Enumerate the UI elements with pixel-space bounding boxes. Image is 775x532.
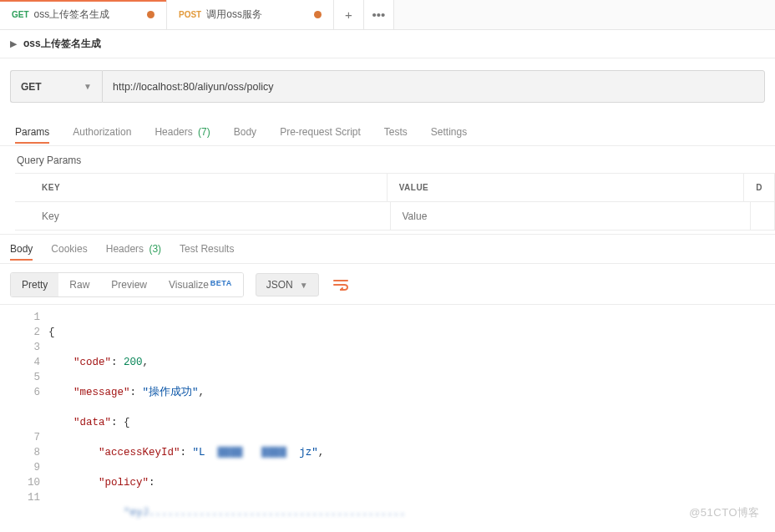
json-accesskey-suffix: jz <box>299 447 312 459</box>
subtab-headers-count: (7) <box>198 126 210 138</box>
subtab-tests[interactable]: Tests <box>384 121 408 143</box>
subtab-headers[interactable]: Headers (7) <box>154 121 210 143</box>
col-key: KEY <box>30 174 388 201</box>
query-params-title: Query Params <box>0 146 775 173</box>
url-input[interactable] <box>102 70 765 103</box>
format-select[interactable]: JSON ▼ <box>256 273 319 296</box>
tab-oss-upload-sign[interactable]: GET oss上传签名生成 <box>0 0 167 29</box>
new-tab-button[interactable]: + <box>334 0 364 29</box>
response-body-viewer[interactable]: 1234567891011 { "code": 200, "message": … <box>0 304 775 532</box>
response-tabs: Body Cookies Headers (3) Test Results <box>0 234 775 264</box>
resp-tab-tests[interactable]: Test Results <box>180 238 234 260</box>
breadcrumb-title: oss上传签名生成 <box>23 37 101 51</box>
code-content: { "code": 200, "message": "操作成功", "data"… <box>48 305 775 532</box>
col-desc: D <box>744 174 775 201</box>
query-params-table: KEY VALUE D <box>15 173 775 231</box>
resp-tab-cookies[interactable]: Cookies <box>51 238 87 260</box>
json-accesskey-prefix: L <box>199 447 205 459</box>
subtab-body[interactable]: Body <box>234 121 256 143</box>
request-row: GET ▼ <box>10 70 765 103</box>
chevron-right-icon[interactable]: ▶ <box>10 38 17 49</box>
method-label: GET <box>21 81 42 93</box>
view-visualize-button[interactable]: VisualizeBETA <box>158 273 243 296</box>
view-visualize-label: Visualize <box>169 279 209 291</box>
beta-badge: BETA <box>210 279 232 287</box>
subtab-authorization[interactable]: Authorization <box>73 121 131 143</box>
response-view-toolbar: Pretty Raw Preview VisualizeBETA JSON ▼ <box>0 264 775 304</box>
tab-overflow-button[interactable]: ••• <box>364 0 394 29</box>
col-value: VALUE <box>388 174 745 201</box>
key-input[interactable] <box>42 210 378 222</box>
view-preview-button[interactable]: Preview <box>100 273 158 296</box>
method-select[interactable]: GET ▼ <box>10 70 102 103</box>
table-row <box>15 202 775 231</box>
resp-tab-headers-label: Headers <box>106 243 144 255</box>
unsaved-dot-icon <box>147 11 154 18</box>
resp-tab-headers[interactable]: Headers (3) <box>106 238 161 260</box>
json-code-value: 200 <box>124 357 143 368</box>
line-gutter: 1234567891011 <box>0 305 48 532</box>
table-header-row: KEY VALUE D <box>15 174 775 202</box>
caret-down-icon: ▼ <box>300 281 308 290</box>
view-pretty-button[interactable]: Pretty <box>11 273 58 296</box>
method-badge: POST <box>179 10 201 19</box>
tab-invoke-oss-service[interactable]: POST 调用oss服务 <box>167 0 334 29</box>
subtab-settings[interactable]: Settings <box>431 121 467 143</box>
wrap-lines-button[interactable] <box>327 272 354 297</box>
breadcrumb: ▶ oss上传签名生成 <box>0 30 775 58</box>
cell-desc <box>751 202 775 230</box>
view-mode-segment: Pretty Raw Preview VisualizeBETA <box>10 272 244 297</box>
subtab-prerequest[interactable]: Pre-request Script <box>280 121 361 143</box>
resp-tab-headers-count: (3) <box>149 243 161 255</box>
tab-title: oss上传签名生成 <box>34 8 110 22</box>
value-input[interactable] <box>403 210 739 222</box>
cell-value <box>391 202 752 230</box>
tab-title: 调用oss服务 <box>206 8 262 22</box>
request-subtabs: Params Authorization Headers (7) Body Pr… <box>0 118 775 146</box>
format-label: JSON <box>266 279 293 291</box>
caret-down-icon: ▼ <box>84 82 92 91</box>
wrap-icon <box>333 279 348 291</box>
view-raw-button[interactable]: Raw <box>58 273 100 296</box>
subtab-params[interactable]: Params <box>15 121 49 143</box>
subtab-headers-label: Headers <box>154 126 192 138</box>
resp-tab-body[interactable]: Body <box>10 238 33 260</box>
method-badge: GET <box>12 10 29 19</box>
unsaved-dot-icon <box>314 11 322 18</box>
request-tabs: GET oss上传签名生成 POST 调用oss服务 + ••• <box>0 0 775 30</box>
cell-key <box>30 202 391 230</box>
json-message-value: 操作成功 <box>149 387 192 398</box>
